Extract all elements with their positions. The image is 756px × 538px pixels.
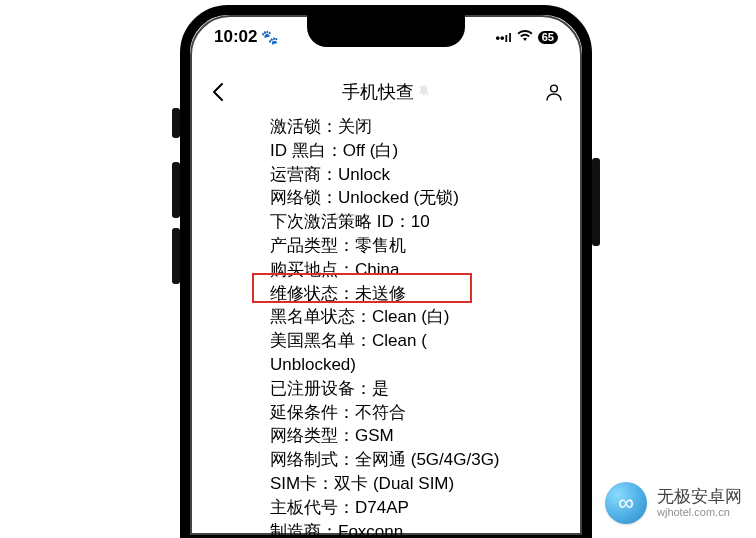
info-label: 已注册设备	[270, 379, 355, 398]
status-left: 10:02 🐾	[214, 27, 278, 47]
info-row: SIM卡：双卡 (Dual SIM)	[270, 472, 572, 496]
info-label: 购买地点	[270, 260, 338, 279]
profile-button[interactable]	[542, 80, 566, 104]
battery-icon: 65	[538, 31, 558, 44]
watermark-title: 无极安卓网	[657, 487, 742, 507]
watermark: ∞ 无极安卓网 wjhotel.com.cn	[605, 482, 742, 524]
status-bar: 10:02 🐾 ••ıl 65	[190, 23, 582, 51]
info-label: 主板代号	[270, 498, 338, 517]
info-value: China	[355, 260, 399, 279]
info-label: 下次激活策略 ID	[270, 212, 394, 231]
page-title-text: 手机快查	[342, 80, 414, 104]
watermark-logo-glyph: ∞	[618, 490, 634, 516]
page-title: 手机快查	[342, 80, 431, 104]
info-row: 网络类型：GSM	[270, 424, 572, 448]
info-row: 产品类型：零售机	[270, 234, 572, 258]
info-row: 维修状态：未送修	[270, 282, 572, 306]
signal-icon: ••ıl	[495, 30, 511, 45]
svg-point-1	[551, 85, 558, 92]
info-label: 产品类型	[270, 236, 338, 255]
bell-mute-icon	[417, 84, 431, 101]
info-label: 延保条件	[270, 403, 338, 422]
battery-level: 65	[542, 32, 554, 43]
info-value: GSM	[355, 426, 394, 445]
phone-power-button	[592, 158, 600, 246]
info-label: 网络制式	[270, 450, 338, 469]
info-label: 黑名单状态	[270, 307, 355, 326]
info-value: 全网通 (5G/4G/3G)	[355, 450, 500, 469]
info-label: SIM卡	[270, 474, 317, 493]
info-value: Off (白)	[343, 141, 398, 160]
info-row: 美国黑名单：Clean ( Unblocked)	[270, 329, 510, 377]
watermark-text: 无极安卓网 wjhotel.com.cn	[657, 487, 742, 519]
paw-icon: 🐾	[261, 29, 278, 45]
info-label: 运营商	[270, 165, 321, 184]
info-label: 网络锁	[270, 188, 321, 207]
info-label: 制造商	[270, 522, 321, 535]
info-row: 网络制式：全网通 (5G/4G/3G)	[270, 448, 572, 472]
info-value: 10	[411, 212, 430, 231]
info-value: Clean (白)	[372, 307, 449, 326]
phone-frame: 10:02 🐾 ••ıl 65 手机快查 激活锁：关闭ID 黑白：Off (白)…	[180, 5, 592, 538]
info-label: 激活锁	[270, 117, 321, 136]
phone-volume-up	[172, 162, 180, 218]
info-value: 未送修	[355, 284, 406, 303]
info-row: 购买地点：China	[270, 258, 572, 282]
nav-bar: 手机快查	[190, 70, 582, 114]
content-area[interactable]: 激活锁：关闭ID 黑白：Off (白)运营商：Unlock网络锁：Unlocke…	[190, 115, 582, 535]
info-row: 下次激活策略 ID：10	[270, 210, 572, 234]
info-row: 已注册设备：是	[270, 377, 572, 401]
phone-silent-switch	[172, 108, 180, 138]
watermark-logo-icon: ∞	[605, 482, 647, 524]
info-row: 制造商：Foxconn	[270, 520, 572, 535]
info-row: 网络锁：Unlocked (无锁)	[270, 186, 572, 210]
back-button[interactable]	[206, 80, 230, 104]
wifi-icon	[517, 30, 533, 45]
info-row: 黑名单状态：Clean (白)	[270, 305, 572, 329]
info-row: ID 黑白：Off (白)	[270, 139, 572, 163]
info-value: 是	[372, 379, 389, 398]
phone-volume-down	[172, 228, 180, 284]
info-label: ID 黑白	[270, 141, 326, 160]
info-value: 关闭	[338, 117, 372, 136]
info-list: 激活锁：关闭ID 黑白：Off (白)运营商：Unlock网络锁：Unlocke…	[200, 115, 572, 535]
info-label: 美国黑名单	[270, 331, 355, 350]
info-row: 运营商：Unlock	[270, 163, 572, 187]
chevron-left-icon	[211, 82, 225, 102]
info-value: D74AP	[355, 498, 409, 517]
profile-icon	[544, 82, 564, 102]
info-label: 网络类型	[270, 426, 338, 445]
info-value: Unlocked (无锁)	[338, 188, 459, 207]
info-label: 维修状态	[270, 284, 338, 303]
info-value: 不符合	[355, 403, 406, 422]
info-value: 零售机	[355, 236, 406, 255]
watermark-url: wjhotel.com.cn	[657, 506, 742, 519]
info-value: Foxconn	[338, 522, 403, 535]
info-value: Unlock	[338, 165, 390, 184]
info-row: 延保条件：不符合	[270, 401, 572, 425]
info-row: 激活锁：关闭	[270, 115, 572, 139]
info-value: 双卡 (Dual SIM)	[334, 474, 454, 493]
status-right: ••ıl 65	[495, 30, 558, 45]
info-row: 主板代号：D74AP	[270, 496, 572, 520]
status-time: 10:02	[214, 27, 257, 47]
